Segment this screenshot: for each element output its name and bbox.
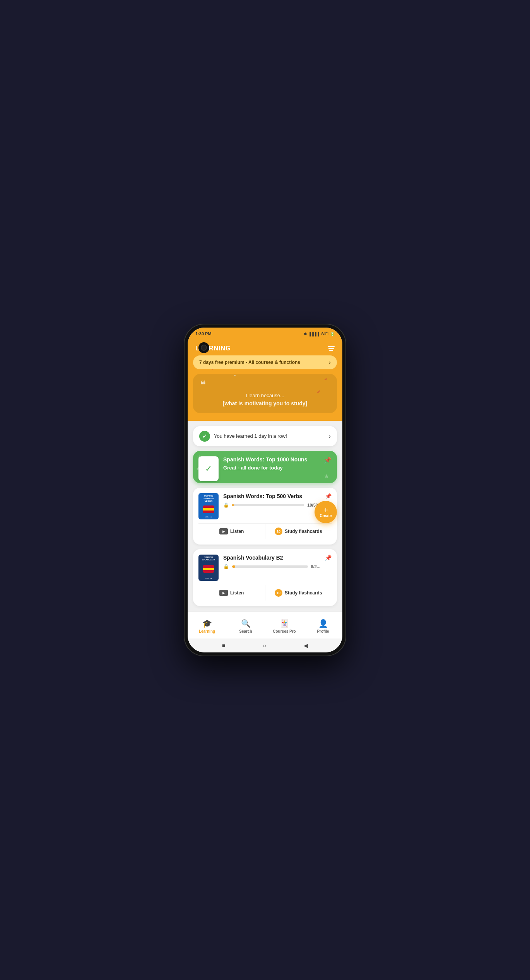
- flag-red-0: [203, 505, 214, 508]
- star-decoration-3: ★: [324, 473, 329, 480]
- android-square-btn[interactable]: ■: [222, 642, 225, 649]
- create-fab-plus: +: [323, 506, 328, 514]
- bottom-nav: 🎓 Learning 🔍 Search 🃏 Courses Pro 👤 Prof…: [188, 611, 342, 639]
- listen-icon-0: ▶: [219, 528, 228, 534]
- quote-mark: ❝: [200, 379, 330, 390]
- premium-text-bold: 7 days free premium: [199, 360, 244, 365]
- android-nav-bar: ■ ○ ◀: [188, 639, 342, 652]
- premium-text-normal: - All courses & functions: [244, 360, 300, 365]
- create-fab[interactable]: + Create: [315, 501, 337, 523]
- featured-title: Spanish Words: Top 1000 Nouns: [223, 456, 319, 463]
- motivation-placeholder: [what is motivating you to study]: [200, 400, 330, 408]
- filter-line-1: [328, 346, 335, 347]
- premium-banner[interactable]: 7 days free premium - All courses & func…: [193, 355, 337, 369]
- course-title-1: Spanish Vocabulary B2: [223, 555, 320, 561]
- book-title-text-0: TOP 500 SPANISH VERBS: [200, 495, 217, 503]
- listen-label-0: Listen: [230, 529, 244, 534]
- check-circle: ✓: [199, 431, 210, 442]
- study-button-1[interactable]: 10 Study flashcards: [265, 585, 332, 601]
- nav-learning-icon: 🎓: [202, 619, 212, 628]
- nav-item-courses-pro[interactable]: 🃏 Courses Pro: [265, 619, 304, 633]
- filter-line-3: [329, 350, 333, 351]
- course-card-top-1: SPANISH VOCABULARY voc●●● Spanish Vocabu…: [198, 555, 332, 581]
- study-badge-0: 10: [275, 528, 282, 535]
- featured-done-text: Great - all done for today: [223, 465, 319, 471]
- featured-info: Spanish Words: Top 1000 Nouns Great - al…: [223, 456, 319, 471]
- course-actions-1: ▶ Listen 10 Study flashcards: [198, 585, 332, 601]
- motivation-text: I learn because... [what is motivating y…: [200, 392, 330, 408]
- filter-line-2: [328, 348, 334, 349]
- spanish-flag-1: [203, 565, 214, 573]
- progress-count-1: 8/2...: [311, 564, 320, 569]
- course-info-1: Spanish Vocabulary B2 🔒 8/2...: [223, 555, 320, 569]
- star-decoration-1: ★: [197, 454, 202, 460]
- course-card-1[interactable]: SPANISH VOCABULARY voc●●● Spanish Vocabu…: [193, 549, 337, 606]
- lock-icon-1: 🔒: [223, 564, 229, 569]
- streak-text: You have learned 1 day in a row!: [214, 433, 287, 439]
- phone-device: 1:30 PM ✱ ▐▐▐▐ WiFi 🔋 LEARNING: [184, 324, 346, 656]
- create-fab-label: Create: [320, 514, 332, 518]
- checkmark-icon: ✓: [202, 433, 207, 439]
- streak-arrow: ›: [329, 433, 331, 439]
- status-time: 1:30 PM: [195, 331, 212, 336]
- course-card-top-0: TOP 500 SPANISH VERBS voc●●● Spanish Wor…: [198, 493, 332, 519]
- nav-search-label: Search: [239, 629, 252, 633]
- motivation-card[interactable]: ❝ I learn because... [what is motivating…: [193, 374, 337, 413]
- nav-item-search[interactable]: 🔍 Search: [226, 619, 265, 633]
- wifi-icon: WiFi: [321, 332, 328, 336]
- nav-profile-label: Profile: [317, 629, 329, 633]
- pin-icon[interactable]: 📌: [324, 456, 332, 464]
- filter-button[interactable]: [328, 346, 335, 351]
- camera-notch: [198, 342, 209, 353]
- streak-banner[interactable]: ✓ You have learned 1 day in a row! ›: [193, 426, 337, 446]
- streak-left: ✓ You have learned 1 day in a row!: [199, 431, 287, 442]
- course-title-0: Spanish Words: Top 500 Verbs: [223, 493, 320, 499]
- nav-item-learning[interactable]: 🎓 Learning: [188, 619, 226, 633]
- book-cover-blue: TOP 500 SPANISH VERBS voc●●●: [198, 493, 219, 519]
- nav-item-profile[interactable]: 👤 Profile: [304, 619, 342, 633]
- featured-card-top: ✓ Spanish Words: Top 1000 Nouns Great - …: [198, 456, 332, 481]
- phone-screen: 1:30 PM ✱ ▐▐▐▐ WiFi 🔋 LEARNING: [188, 328, 342, 652]
- hero-section: 7 days free premium - All courses & func…: [188, 355, 342, 421]
- course-book-cover-0: TOP 500 SPANISH VERBS voc●●●: [198, 493, 219, 519]
- study-badge-1: 10: [275, 589, 282, 597]
- listen-button-1[interactable]: ▶ Listen: [198, 585, 265, 601]
- bluetooth-icon: ✱: [304, 332, 307, 336]
- progress-bar-bg-0: [232, 504, 304, 506]
- star-decoration-2: ★: [196, 466, 200, 471]
- course-pin-1[interactable]: 📌: [325, 555, 332, 561]
- flag-red2-1: [203, 570, 214, 573]
- featured-course-card[interactable]: ★ ★ ★ ✓ Spanish Words: Top 1000 Nouns Gr…: [193, 451, 337, 483]
- battery-icon: 🔋: [330, 332, 335, 336]
- android-back-btn[interactable]: ◀: [304, 642, 308, 649]
- book-bottom-0: voc●●●: [205, 516, 212, 518]
- study-button-0[interactable]: 10 Study flashcards: [265, 524, 332, 539]
- listen-button-0[interactable]: ▶ Listen: [198, 524, 265, 539]
- book-bottom-1: voc●●●: [205, 577, 212, 579]
- progress-bar-bg-1: [232, 565, 308, 568]
- android-circle-btn[interactable]: ○: [263, 642, 266, 649]
- course-pin-0[interactable]: 📌: [325, 493, 332, 499]
- study-label-1: Study flashcards: [285, 590, 322, 596]
- listen-icon-1: ▶: [219, 590, 228, 596]
- course-progress-row-0: 🔒 10/500: [223, 502, 320, 508]
- course-actions-0: ▶ Listen 10 Study flashcards: [198, 523, 332, 539]
- nav-courses-label: Courses Pro: [273, 629, 296, 633]
- nav-profile-icon: 👤: [318, 619, 328, 628]
- spanish-flag-0: [203, 505, 214, 513]
- flag-yellow-0: [203, 508, 214, 510]
- book-title-text-1: SPANISH VOCABULARY: [200, 556, 217, 561]
- study-label-0: Study flashcards: [285, 529, 322, 534]
- nav-learning-label: Learning: [199, 629, 215, 633]
- flag-red2-0: [203, 510, 214, 513]
- status-bar: 1:30 PM ✱ ▐▐▐▐ WiFi 🔋: [188, 328, 342, 338]
- course-info-0: Spanish Words: Top 500 Verbs 🔒 10/500: [223, 493, 320, 508]
- motivation-intro: I learn because...: [246, 393, 284, 398]
- premium-arrow: ›: [329, 359, 331, 365]
- status-icons: ✱ ▐▐▐▐ WiFi 🔋: [304, 332, 335, 336]
- progress-bar-fill-1: [232, 565, 235, 568]
- book-cover-dark-blue: SPANISH VOCABULARY voc●●●: [198, 555, 219, 581]
- signal-icon: ▐▐▐▐: [308, 332, 319, 336]
- listen-label-1: Listen: [230, 590, 244, 596]
- premium-text: 7 days free premium - All courses & func…: [199, 360, 300, 365]
